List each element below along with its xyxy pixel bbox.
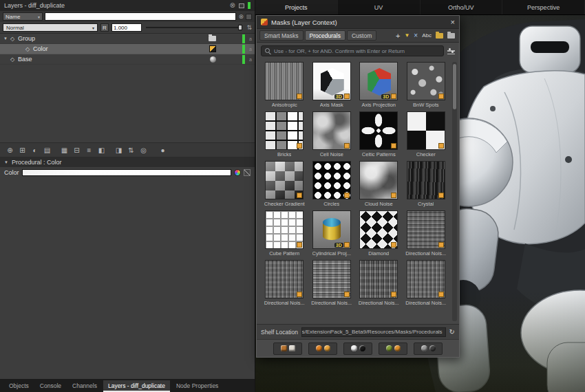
viewport-tab[interactable]: Projects: [255, 0, 338, 14]
panel-tab[interactable]: Layers - diff_duplicate: [103, 380, 170, 392]
procedural-item[interactable]: 3D Celtic Patterns: [357, 111, 401, 157]
procedural-item[interactable]: 3D BnW Spots: [404, 62, 448, 108]
procedural-thumbnail[interactable]: 3D: [312, 62, 351, 100]
palette-tab[interactable]: Smart Masks: [259, 30, 304, 41]
layer-search-input[interactable]: [45, 12, 236, 21]
blend-mode-dropdown[interactable]: Normal ▾: [3, 23, 98, 32]
procedural-item[interactable]: 3D Axis Projection: [357, 62, 401, 108]
cache-layer-icon[interactable]: ◎: [139, 146, 148, 155]
panel-tab[interactable]: Objects: [4, 380, 34, 392]
text-search-icon[interactable]: Abc: [422, 32, 432, 39]
panel-tab[interactable]: Node Properties: [171, 380, 223, 392]
procedural-thumbnail[interactable]: 3D: [359, 260, 398, 298]
add-shelf-item-icon[interactable]: +: [396, 32, 400, 39]
shelf-preview-button[interactable]: [379, 342, 407, 355]
procedural-item[interactable]: 3D Diamond: [357, 210, 401, 257]
procedural-item[interactable]: 3D Circles: [310, 161, 354, 207]
procedural-item[interactable]: 3D Directional Nois...: [262, 260, 306, 306]
procedural-thumbnail[interactable]: 3D: [312, 111, 351, 150]
procedural-item[interactable]: 3D Axis Mask: [310, 62, 354, 108]
clear-search-icon[interactable]: ⊗: [238, 14, 244, 20]
procedural-thumbnail[interactable]: 3D: [265, 62, 304, 100]
shelf-preview-button[interactable]: [308, 342, 337, 355]
procedural-thumbnail[interactable]: 3D: [359, 210, 398, 249]
close-icon[interactable]: ×: [451, 19, 455, 26]
procedural-item[interactable]: 3D Bricks: [262, 111, 306, 157]
palette-tab[interactable]: Procedurals: [305, 30, 345, 41]
shelf-preview-button[interactable]: [343, 342, 372, 355]
amount-reset-button[interactable]: R: [100, 23, 109, 32]
curve-editor-icon[interactable]: [244, 169, 251, 176]
procedural-item[interactable]: 3D Anisotropic: [262, 62, 306, 108]
filter-settings-icon[interactable]: [447, 47, 455, 55]
procedural-item[interactable]: 3D Directional Nois...: [310, 260, 354, 306]
procedural-item[interactable]: 3D Directional Nois...: [404, 210, 448, 257]
panel-tab[interactable]: Channels: [67, 380, 102, 392]
filter-options-icon[interactable]: [246, 14, 252, 20]
palette-tab[interactable]: Custom: [347, 30, 376, 41]
procedural-item[interactable]: 3D Cloud Noise: [357, 161, 401, 207]
procedural-thumbnail[interactable]: 3D: [312, 161, 351, 199]
refresh-icon[interactable]: ↻: [449, 328, 455, 336]
procedural-item[interactable]: 3D Directional Nois...: [357, 260, 401, 306]
scrollbar-thumb[interactable]: [453, 64, 456, 109]
procedural-thumbnail[interactable]: 3D: [359, 161, 398, 199]
layer-visibility-bar[interactable]: [242, 55, 245, 64]
procedural-section-header[interactable]: ▼ Procedural : Color: [0, 157, 255, 167]
color-picker-icon[interactable]: [234, 169, 241, 176]
shelf-path-field[interactable]: ri/Scripts/ExtensionPack_5_Beta9/Resourc…: [301, 327, 446, 337]
layer-visibility-bar[interactable]: [242, 34, 245, 43]
procedural-thumbnail[interactable]: 3D: [265, 111, 304, 150]
amount-slider[interactable]: [145, 23, 244, 32]
slider-handle[interactable]: [238, 25, 242, 30]
procedural-thumbnail[interactable]: 3D: [407, 111, 445, 150]
procedural-thumbnail[interactable]: 3D: [265, 161, 304, 199]
panel-tab[interactable]: Console: [35, 380, 66, 392]
viewport-tab[interactable]: UV: [338, 0, 421, 14]
add-graph-icon[interactable]: ▦: [60, 146, 69, 155]
layer-visibility-bar[interactable]: [242, 45, 245, 54]
clear-filter-icon[interactable]: ×: [414, 32, 418, 39]
amount-input[interactable]: [111, 23, 142, 32]
shelf-preview-button[interactable]: [273, 342, 302, 355]
mask-search-input[interactable]: [274, 48, 440, 54]
procedural-item[interactable]: 3D Cube Pattern: [262, 210, 306, 257]
mask-layer-icon[interactable]: ◨: [114, 146, 123, 155]
procedural-thumbnail[interactable]: 3D: [312, 210, 351, 249]
procedural-thumbnail[interactable]: 3D: [359, 111, 398, 150]
add-group-icon[interactable]: ⊞: [18, 146, 27, 155]
layer-row[interactable]: ◇ Color a: [0, 44, 255, 54]
new-folder-icon[interactable]: [436, 33, 443, 39]
color-swatch[interactable]: [22, 169, 231, 176]
procedural-thumbnail[interactable]: 3D: [265, 210, 304, 249]
procedural-item[interactable]: 3D Checker Gradient: [262, 161, 306, 207]
viewport-tab[interactable]: Perspective: [502, 0, 585, 14]
collapse-icon[interactable]: ▼: [4, 160, 8, 164]
search-box[interactable]: [261, 45, 444, 56]
layer-row[interactable]: ◇ Base a: [0, 54, 255, 65]
add-layer-icon[interactable]: ⊕: [6, 146, 14, 155]
procedural-item[interactable]: 3D Directional Nois...: [404, 260, 448, 306]
procedural-item[interactable]: 3D Cylindrical Proj...: [310, 210, 354, 257]
merge-layers-icon[interactable]: ≡: [85, 146, 94, 155]
layer-expander-icon[interactable]: ▼: [3, 36, 10, 41]
slider-options-icon[interactable]: ⇅: [246, 24, 252, 31]
filter-icon[interactable]: ▼: [404, 32, 410, 39]
shelf-preview-button[interactable]: [414, 342, 443, 355]
add-procedural-icon[interactable]: ▤: [43, 146, 52, 155]
remove-layer-icon[interactable]: ⊟: [72, 146, 81, 155]
viewport-tab[interactable]: Ortho/UV: [421, 0, 503, 14]
procedural-thumbnail[interactable]: 3D: [407, 210, 445, 249]
procedural-item[interactable]: 3D Cell Noise: [310, 111, 354, 157]
add-adjustment-icon[interactable]: ◐: [30, 146, 39, 155]
procedural-thumbnail[interactable]: 3D: [407, 161, 445, 199]
panel-close-icon[interactable]: ⊗: [230, 2, 235, 9]
procedural-thumbnail[interactable]: 3D: [265, 260, 304, 298]
folder-icon[interactable]: [447, 33, 455, 39]
layers-panel-titlebar[interactable]: Layers - diff_duplicate ⊗: [0, 0, 255, 11]
layer-row[interactable]: ▼ ◇ Group a: [0, 34, 255, 44]
panel-detach-icon[interactable]: [239, 3, 244, 8]
scrollbar[interactable]: [452, 62, 457, 321]
procedural-thumbnail[interactable]: 3D: [312, 260, 351, 298]
procedural-thumbnail[interactable]: 3D: [359, 62, 398, 100]
